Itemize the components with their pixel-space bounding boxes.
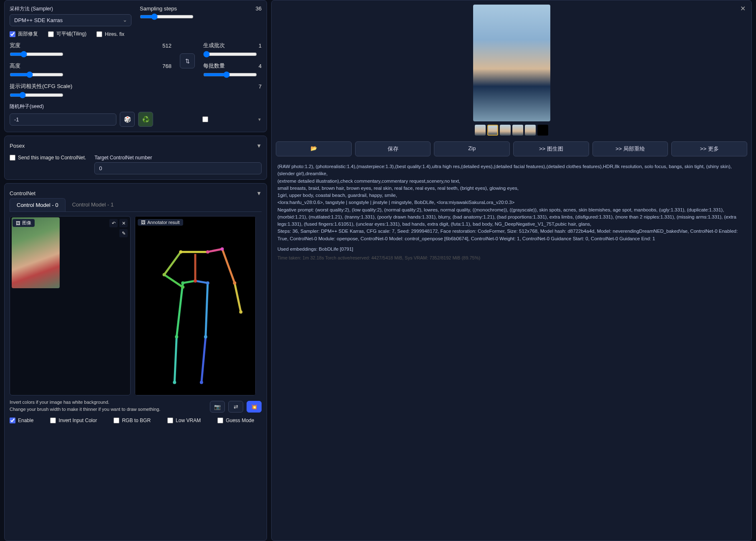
reuse-seed-button[interactable]: ♻️ [138,112,153,127]
height-value[interactable]: 768 [162,63,171,69]
tiling-check[interactable]: 可平铺(Tiling) [48,30,86,38]
svg-point-23 [175,335,178,339]
thumb-4[interactable] [525,125,536,136]
close-button[interactable]: ✕ [740,5,746,13]
svg-point-18 [181,285,184,289]
thumb-1[interactable] [487,125,498,136]
thumb-2[interactable] [500,125,511,136]
svg-point-26 [200,381,203,384]
svg-line-8 [195,281,208,283]
width-value[interactable]: 512 [162,43,171,49]
more-button[interactable]: >> 更多 [671,141,747,156]
batch-count-value[interactable]: 1 [259,43,262,49]
edit-button[interactable]: ✎ [119,229,128,237]
svg-point-13 [179,250,182,254]
svg-line-11 [206,283,208,337]
svg-point-22 [206,281,209,284]
chevron-down-icon: ▼ [256,143,262,149]
tab-control-model-1[interactable]: Control Model - 1 [66,198,121,211]
swap-button[interactable]: ⇄ [228,401,243,413]
controlnet-hint: Invert colors if your image has white ba… [10,399,160,413]
svg-line-9 [176,283,183,337]
rgb2bgr-check[interactable]: RGB to BGR [113,418,151,423]
seed-label: 随机种子(seed) [10,103,262,110]
annotator-label: 🖼 Annotator result [138,219,183,226]
controlnet-input-image [12,217,60,288]
img2img-button[interactable]: >> 图生图 [513,141,589,156]
hires-check[interactable]: Hires. fix [96,31,124,37]
image-label: 🖼 图像 [13,219,35,227]
svg-line-7 [183,281,195,283]
sampler-label: 采样方法 (Sampler) [10,5,131,13]
chevron-down-icon: ▼ [256,190,262,196]
batch-size-slider[interactable] [203,71,257,78]
posex-send-check[interactable]: Send this image to ControlNet. [10,155,86,161]
svg-point-15 [221,247,224,251]
svg-point-14 [206,250,209,254]
result-image[interactable] [473,5,550,121]
thumb-0[interactable] [475,125,486,136]
batch-count-slider[interactable] [203,51,257,58]
undo-button[interactable]: ↶ [109,219,118,227]
steps-value[interactable]: 36 [256,5,262,12]
svg-point-21 [181,281,184,284]
svg-line-12 [202,337,206,382]
svg-point-19 [233,281,236,284]
zip-button[interactable]: Zip [434,141,510,156]
openpose-skeleton [135,216,255,395]
batch-size-label: 每批数量 [203,62,225,70]
guess-check[interactable]: Guess Mode [217,418,254,423]
lowvram-check[interactable]: Low VRAM [167,418,201,423]
batch-size-value[interactable]: 4 [259,63,262,69]
result-thumbnails [276,125,747,136]
svg-point-16 [194,279,197,282]
svg-line-4 [164,275,183,287]
svg-line-10 [174,337,176,382]
controlnet-image-box[interactable]: 🖼 图像 ↶ ✕ ✎ [10,216,131,395]
svg-point-20 [239,310,242,314]
svg-point-24 [173,381,176,384]
extra-seed-check[interactable] [156,116,254,122]
target-cn-input[interactable] [94,162,262,174]
target-cn-label: Target ControlNet number [94,155,262,161]
cfg-value[interactable]: 7 [259,83,262,90]
inpaint-button[interactable]: >> 局部重绘 [592,141,668,156]
cfg-label: 提示词相关性(CFG Scale) [10,83,72,90]
sampler-select[interactable]: DPM++ SDE Karras [10,14,131,26]
steps-slider[interactable] [140,13,194,20]
generation-info: (RAW photo:1.2), (photorealistic:1.4),(m… [276,161,747,263]
svg-line-1 [208,249,222,252]
seed-input[interactable] [10,113,116,126]
random-seed-button[interactable]: 🎲 [120,112,135,127]
svg-point-25 [204,335,207,339]
swap-dims-button[interactable]: ⇅ [180,53,195,68]
height-label: 高度 [10,62,20,70]
height-slider[interactable] [10,71,63,78]
svg-line-6 [234,283,241,312]
camera-button[interactable]: 📷 [210,401,225,413]
chevron-down-icon[interactable]: ▼ [257,117,262,122]
steps-label: Sampling steps [140,5,177,12]
cfg-slider[interactable] [10,92,63,98]
annotator-result-box: 🖼 Annotator result [135,216,256,395]
open-folder-button[interactable]: 📂 [276,141,352,156]
svg-line-5 [222,249,235,283]
thumb-5[interactable] [537,125,548,136]
invert-check[interactable]: Invert Input Color [50,418,97,423]
batch-count-label: 生成批次 [203,42,225,49]
svg-line-3 [164,252,181,275]
save-button[interactable]: 保存 [355,141,431,156]
width-slider[interactable] [10,51,63,58]
posex-accordion[interactable]: Posex ▼ [10,141,262,151]
width-label: 宽度 [10,42,20,49]
svg-point-17 [163,273,166,277]
enable-check[interactable]: Enable [10,418,33,423]
controlnet-accordion[interactable]: ControlNet ▼ [10,189,262,198]
tab-control-model-0[interactable]: Control Model - 0 [10,198,66,211]
face-restore-check[interactable]: 面部修复 [10,30,38,38]
clear-button[interactable]: ✕ [119,219,128,227]
preview-button[interactable]: 💥 [247,401,262,413]
thumb-3[interactable] [512,125,523,136]
